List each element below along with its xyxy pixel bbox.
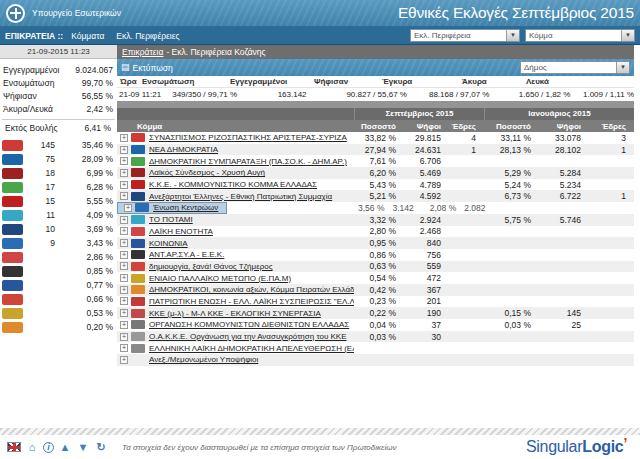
- party-name-link[interactable]: ΑΝΤ.ΑΡ.ΣΥ.Α - Ε.Ε.Κ.: [149, 250, 354, 259]
- party-name-link[interactable]: δημιουργία, ξανά! Θάνος Τζήμερος: [149, 262, 354, 271]
- language-flag-icon[interactable]: [7, 441, 21, 454]
- sidebar-party-row[interactable]: 0,66 %: [2, 292, 113, 306]
- result-cell: 5.746: [539, 215, 589, 225]
- expand-row-button[interactable]: +: [120, 181, 128, 189]
- result-cell: 190: [404, 308, 449, 318]
- sidebar-party-row[interactable]: 14535,46 %: [2, 138, 113, 152]
- party-name-link[interactable]: ΕΝΙΑΙΟ ΠΑΛΛΑΪΚΟ ΜΕΤΩΠΟ (Ε.ΠΑ.Μ): [149, 274, 354, 283]
- sidebar-party-row[interactable]: 186,99 %: [2, 166, 113, 180]
- region-breadcrumb-link[interactable]: Επικράτεια: [122, 47, 163, 57]
- expand-row-button[interactable]: +: [120, 251, 128, 259]
- party-name-link[interactable]: ΝΕΑ ΔΗΜΟΚΡΑΤΙΑ: [149, 145, 354, 154]
- result-cell: 2.468: [404, 226, 449, 236]
- party-name-link[interactable]: Λαϊκός Σύνδεσμος - Χρυσή Αυγή: [149, 168, 354, 177]
- sidebar-party-row[interactable]: 2,86 %: [2, 250, 113, 264]
- result-cell: 30: [404, 332, 449, 342]
- summary-header-cell: Άκυρα: [462, 77, 526, 86]
- expand-row-button[interactable]: +: [120, 239, 128, 247]
- expand-row-button[interactable]: +: [120, 309, 128, 317]
- sidebar-party-row[interactable]: 93,43 %: [2, 236, 113, 250]
- chevron-down-icon[interactable]: ▼: [506, 30, 519, 41]
- stat-label: Ψήφισαν: [3, 91, 82, 101]
- party-name-link[interactable]: Κ.Κ.Ε. - ΚΟΜΜΟΥΝΙΣΤΙΚΟ ΚΟΜΜΑ ΕΛΛΑΔΑΣ: [149, 180, 354, 189]
- home-icon[interactable]: ⌂: [25, 441, 39, 454]
- party-name-link[interactable]: ΔΗΜΟΚΡΑΤΙΚΗ ΣΥΜΠΑΡΑΤΑΞΗ (ΠΑ.ΣΟ.Κ. - ΔΗΜ.…: [149, 157, 354, 166]
- chevron-down-icon[interactable]: ▼: [621, 30, 634, 41]
- nav-item-districts[interactable]: Εκλ. Περιφέρειες: [116, 31, 179, 41]
- summary-header-cell: Εγγεγραμμένοι: [230, 77, 314, 86]
- result-cell: 25: [539, 320, 589, 330]
- expand-row-cell: +: [117, 146, 131, 154]
- sidebar-party-row[interactable]: 0,20 %: [2, 320, 113, 334]
- expand-row-button[interactable]: +: [120, 321, 128, 329]
- party-percent: 0,66 %: [55, 294, 113, 304]
- party-logo-dimiourgia: [2, 294, 23, 305]
- expand-row-button[interactable]: +: [120, 344, 128, 352]
- municipality-select[interactable]: Δήμος ▼: [520, 61, 630, 74]
- party-name-link[interactable]: Ανεξάρτητοι Έλληνες - Εθνική Πατριωτική …: [149, 192, 354, 201]
- table-row: +Ανεξάρτητοι Έλληνες - Εθνική Πατριωτική…: [117, 190, 634, 202]
- expand-row-button[interactable]: +: [120, 134, 128, 142]
- district-select[interactable]: Εκλ. Περιφέρεια ▼: [410, 29, 520, 42]
- party-name-link[interactable]: ΟΡΓΑΝΩΣΗ ΚΟΜΜΟΥΝΙΣΤΩΝ ΔΙΕΘΝΙΣΤΩΝ ΕΛΛΑΔΑΣ: [149, 320, 354, 329]
- expand-row-button[interactable]: +: [120, 169, 128, 177]
- sidebar-party-row[interactable]: 0,85 %: [2, 264, 113, 278]
- table-row: +ΕΝΙΑΙΟ ΠΑΛΛΑΪΚΟ ΜΕΤΩΠΟ (Ε.ΠΑ.Μ)0,54 %47…: [117, 272, 634, 284]
- info-icon[interactable]: i: [43, 442, 54, 453]
- expand-row-button[interactable]: +: [120, 216, 128, 224]
- party-percent: 0,53 %: [55, 308, 113, 318]
- arrow-down-icon[interactable]: ▼: [76, 441, 90, 454]
- expand-row-button[interactable]: +: [120, 286, 128, 294]
- party-logo-syriza: [2, 140, 23, 151]
- party-name-link[interactable]: ΤΟ ΠΟΤΑΜΙ: [149, 215, 354, 224]
- chevron-down-icon[interactable]: ▼: [616, 62, 629, 73]
- party-name-link[interactable]: Ανεξ./Μεμονωμένοι Υποψήφιοι: [149, 355, 354, 364]
- party-name-link[interactable]: ΚΚΕ (μ-λ) - Μ-Λ ΚΚΕ - ΕΚΛΟΓΙΚΗ ΣΥΝΕΡΓΑΣΙ…: [149, 309, 354, 318]
- party-name-link[interactable]: ΣΥΝΑΣΠΙΣΜΟΣ ΡΙΖΟΣΠΑΣΤΙΚΗΣ ΑΡΙΣΤΕΡΑΣ-ΣΥΡΙ…: [149, 133, 354, 142]
- result-cell: 2.924: [404, 215, 449, 225]
- sidebar-party-row[interactable]: 0,77 %: [2, 278, 113, 292]
- party-name-link[interactable]: ΚΟΙΝΩΝΙΑ: [149, 239, 354, 248]
- party-name-link[interactable]: ΔΗΜΟΚΡΑΤΙΚΟΙ, κοινωνία αξιών, Κόμμα Πειρ…: [149, 285, 354, 294]
- party-name-link[interactable]: ΕΛΛΗΝΙΚΗ ΛΑΪΚΗ ΔΗΜΟΚΡΑΤΙΚΗ ΑΠΕΛΕΥΘΕΡΩΣΗ …: [149, 344, 354, 353]
- table-row: +ΟΡΓΑΝΩΣΗ ΚΟΜΜΟΥΝΙΣΤΩΝ ΔΙΕΘΝΙΣΤΩΝ ΕΛΛΑΔΑ…: [117, 319, 634, 331]
- arrow-up-icon[interactable]: ▲: [58, 441, 72, 454]
- party-percent: 5,55 %: [55, 196, 113, 206]
- expand-row-button[interactable]: +: [120, 262, 128, 270]
- expand-row-button[interactable]: +: [120, 192, 128, 200]
- table-row: +ΕΛΛΗΝΙΚΗ ΛΑΪΚΗ ΔΗΜΟΚΡΑΤΙΚΗ ΑΠΕΛΕΥΘΕΡΩΣΗ…: [117, 342, 634, 354]
- expand-row-button[interactable]: +: [120, 274, 128, 282]
- sidebar-party-row[interactable]: 155,55 %: [2, 194, 113, 208]
- result-cell: 756: [404, 250, 449, 260]
- region-title: - Εκλ. Περιφέρεια Κοζάνης: [166, 47, 265, 57]
- party-name-link[interactable]: Ο.Α.Κ.Κ.Ε. Οργάνωση για την Ανασυγκρότησ…: [149, 332, 354, 341]
- nav-item-parties[interactable]: Κόμματα: [71, 31, 104, 41]
- expand-row-button[interactable]: +: [120, 356, 128, 364]
- party-name-link[interactable]: ΛΑΪΚΗ ΕΝΟΤΗΤΑ: [149, 227, 354, 236]
- party-percent: 4,09 %: [55, 210, 113, 220]
- expand-row-button[interactable]: +: [120, 157, 128, 165]
- expand-row-button[interactable]: +: [120, 227, 128, 235]
- sidebar-party-row[interactable]: 0,53 %: [2, 306, 113, 320]
- expand-row-button[interactable]: +: [124, 204, 132, 212]
- expand-row-button[interactable]: +: [120, 146, 128, 154]
- party-name-link[interactable]: ΠΑΤΡΙΩΤΙΚΗ ΕΝΩΣΗ - ΕΛΛ. ΛΑΪΚΗ ΣΥΣΠΕΙΡΩΣΙ…: [149, 297, 354, 306]
- expand-row-button[interactable]: +: [120, 333, 128, 341]
- stat-label: Ενσωμάτωση: [3, 78, 82, 88]
- expand-row-button[interactable]: +: [120, 297, 128, 305]
- sidebar-party-row[interactable]: 114,09 %: [2, 208, 113, 222]
- refresh-icon[interactable]: ↻: [94, 441, 108, 454]
- sidebar-party-row[interactable]: 7528,09 %: [2, 152, 113, 166]
- ministry-label: Υπουργείο Εσωτερικών: [32, 8, 121, 18]
- sidebar-party-row[interactable]: 103,69 %: [2, 222, 113, 236]
- sidebar-party-row[interactable]: 176,28 %: [2, 180, 113, 194]
- column-votes-jan: Ψήφοι: [539, 122, 589, 131]
- party-percent: 0,85 %: [55, 266, 113, 276]
- result-cell: 1: [449, 145, 484, 155]
- party-name-link[interactable]: Ένωση Κεντρώων: [153, 203, 358, 212]
- result-cell: 6.706: [404, 156, 449, 166]
- party-select[interactable]: Κόμμα ▼: [525, 29, 635, 42]
- print-button[interactable]: ▤ Εκτύπωση: [121, 63, 173, 73]
- party-logo: [131, 227, 145, 236]
- expand-row-cell: +: [117, 333, 131, 341]
